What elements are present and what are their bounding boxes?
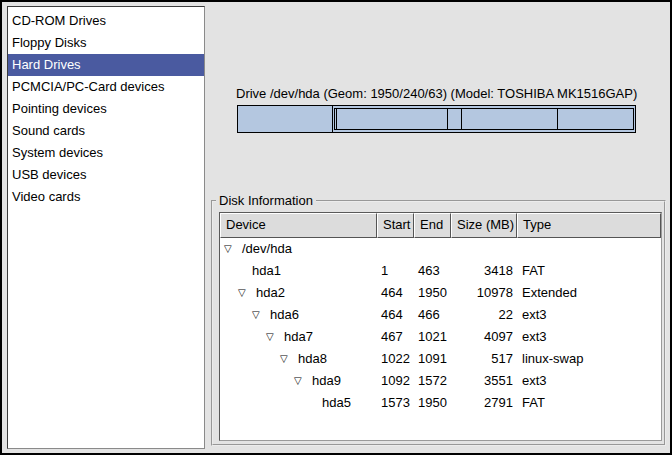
end-cell: [414, 238, 451, 260]
partition-divider-hda7: [447, 109, 448, 129]
table-row-hda9[interactable]: ▽hda9 1092 1572 3551 ext3: [220, 370, 661, 392]
start-cell: 467: [377, 326, 414, 348]
end-cell: 1572: [414, 370, 451, 392]
expander-icon[interactable]: ▽: [252, 304, 270, 326]
hardware-browser-window: CD-ROM Drives Floppy Disks Hard Drives P…: [0, 0, 672, 455]
type-cell: FAT: [517, 260, 661, 282]
sidebar-item-label: CD-ROM Drives: [12, 13, 106, 28]
partition-divider-hda6: [336, 109, 337, 129]
expander-icon[interactable]: ▽: [266, 326, 284, 348]
start-cell: [377, 238, 414, 260]
device-category-list: CD-ROM Drives Floppy Disks Hard Drives P…: [7, 6, 205, 449]
size-cell: 22: [451, 304, 517, 326]
start-cell: 1: [377, 260, 414, 282]
partition-divider-hda9: [557, 109, 558, 129]
end-cell: 1950: [414, 282, 451, 304]
device-name: hda9: [312, 373, 341, 388]
column-header-start[interactable]: Start: [377, 213, 414, 238]
column-header-end[interactable]: End: [414, 213, 451, 238]
sidebar-item-hard-drives[interactable]: Hard Drives: [8, 54, 204, 76]
sidebar-item-label: System devices: [12, 145, 103, 160]
partition-table: Device Start End Size (MB) Type ▽/dev/hd…: [219, 212, 662, 441]
type-cell: ext3: [517, 326, 661, 348]
device-cell: hda1: [220, 260, 377, 282]
column-header-type[interactable]: Type: [517, 213, 661, 238]
type-cell: FAT: [517, 392, 661, 414]
device-name: hda8: [298, 351, 327, 366]
sidebar-item-label: Pointing devices: [12, 101, 107, 116]
sidebar-item-label: Floppy Disks: [12, 35, 86, 50]
size-cell: 3551: [451, 370, 517, 392]
type-cell: [517, 238, 661, 260]
size-cell: 517: [451, 348, 517, 370]
column-header-device[interactable]: Device: [220, 213, 377, 238]
device-name: hda7: [284, 329, 313, 344]
expander-icon[interactable]: ▽: [238, 282, 256, 304]
device-cell: ▽hda7: [220, 326, 377, 348]
device-cell: hda5: [220, 392, 377, 414]
size-cell: [451, 238, 517, 260]
table-row-hda1[interactable]: hda1 1 463 3418 FAT: [220, 260, 661, 282]
sidebar-item-pointing-devices[interactable]: Pointing devices: [8, 98, 204, 120]
start-cell: 1092: [377, 370, 414, 392]
partition-table-body: ▽/dev/hda hda1 1 463 3418 FAT ▽hda2 464 …: [220, 238, 661, 414]
device-cell: ▽hda9: [220, 370, 377, 392]
size-cell: 3418: [451, 260, 517, 282]
type-cell: ext3: [517, 304, 661, 326]
extended-partition-box: [334, 108, 634, 130]
device-name: hda5: [322, 395, 351, 410]
start-cell: 1573: [377, 392, 414, 414]
end-cell: 466: [414, 304, 451, 326]
partition-bar: [237, 105, 636, 133]
sidebar-item-usb-devices[interactable]: USB devices: [8, 164, 204, 186]
sidebar-item-label: Hard Drives: [12, 57, 81, 72]
table-row-hda5[interactable]: hda5 1573 1950 2791 FAT: [220, 392, 661, 414]
size-cell: 4097: [451, 326, 517, 348]
sidebar-item-label: USB devices: [12, 167, 86, 182]
size-cell: 2791: [451, 392, 517, 414]
sidebar-item-sound-cards[interactable]: Sound cards: [8, 120, 204, 142]
device-name: hda2: [256, 285, 285, 300]
type-cell: linux-swap: [517, 348, 661, 370]
start-cell: 464: [377, 282, 414, 304]
sidebar-item-video-cards[interactable]: Video cards: [8, 186, 204, 208]
disk-information-groupbox: Disk Information Device Start End Size (…: [211, 200, 666, 446]
sidebar-item-pcmcia-pc-card-devices[interactable]: PCMCIA/PC-Card devices: [8, 76, 204, 98]
type-cell: Extended: [517, 282, 661, 304]
device-cell: ▽/dev/hda: [220, 238, 377, 260]
table-row-hda2[interactable]: ▽hda2 464 1950 10978 Extended: [220, 282, 661, 304]
sidebar-item-label: Sound cards: [12, 123, 85, 138]
end-cell: 1021: [414, 326, 451, 348]
type-cell: ext3: [517, 370, 661, 392]
device-name: hda1: [252, 263, 281, 278]
start-cell: 464: [377, 304, 414, 326]
expander-icon[interactable]: ▽: [224, 238, 242, 260]
sidebar-item-floppy-disks[interactable]: Floppy Disks: [8, 32, 204, 54]
end-cell: 1091: [414, 348, 451, 370]
end-cell: 463: [414, 260, 451, 282]
start-cell: 1022: [377, 348, 414, 370]
end-cell: 1950: [414, 392, 451, 414]
device-cell: ▽hda8: [220, 348, 377, 370]
device-name: /dev/hda: [242, 241, 292, 256]
partition-divider-hda1: [332, 106, 333, 132]
expander-icon[interactable]: ▽: [280, 348, 298, 370]
table-row-hda7[interactable]: ▽hda7 467 1021 4097 ext3: [220, 326, 661, 348]
disk-information-title: Disk Information: [216, 193, 316, 209]
partition-divider-hda8: [461, 109, 462, 129]
size-cell: 10978: [451, 282, 517, 304]
column-header-size-mb[interactable]: Size (MB): [451, 213, 517, 238]
table-row-hda8[interactable]: ▽hda8 1022 1091 517 linux-swap: [220, 348, 661, 370]
table-row-dev-hda[interactable]: ▽/dev/hda: [220, 238, 661, 260]
sidebar-item-label: Video cards: [12, 189, 80, 204]
device-name: hda6: [270, 307, 299, 322]
table-row-hda6[interactable]: ▽hda6 464 466 22 ext3: [220, 304, 661, 326]
partition-table-header: Device Start End Size (MB) Type: [220, 213, 661, 238]
device-cell: ▽hda6: [220, 304, 377, 326]
sidebar-item-label: PCMCIA/PC-Card devices: [12, 79, 164, 94]
expander-icon[interactable]: ▽: [294, 370, 312, 392]
drive-summary-label: Drive /dev/hda (Geom: 1950/240/63) (Mode…: [236, 86, 637, 102]
sidebar-item-system-devices[interactable]: System devices: [8, 142, 204, 164]
device-cell: ▽hda2: [220, 282, 377, 304]
sidebar-item-cd-rom-drives[interactable]: CD-ROM Drives: [8, 10, 204, 32]
